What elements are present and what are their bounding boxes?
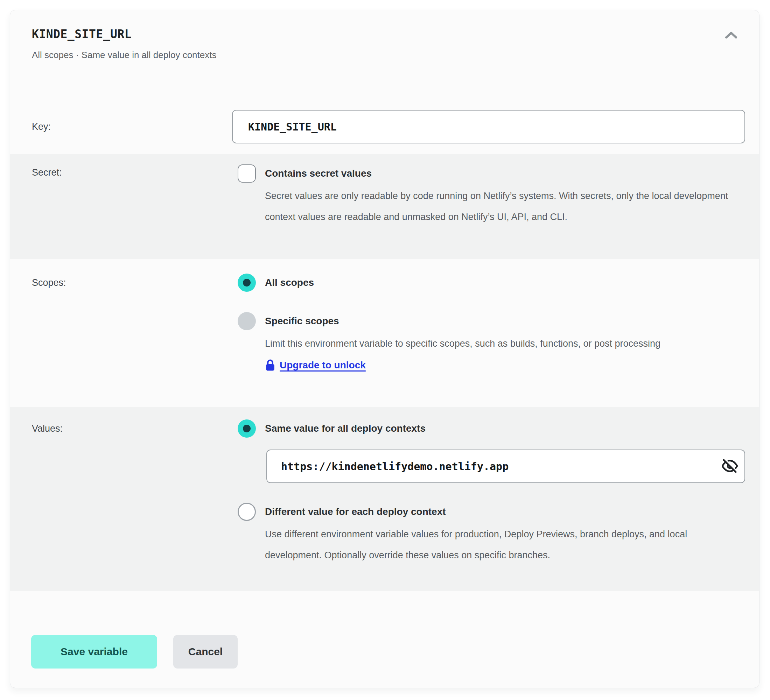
eye-off-icon bbox=[722, 458, 738, 475]
footer-actions: Save variable Cancel bbox=[10, 635, 759, 669]
all-scopes-radio[interactable] bbox=[238, 274, 256, 292]
collapse-button[interactable] bbox=[723, 27, 739, 44]
value-input[interactable] bbox=[266, 450, 745, 483]
env-var-title: KINDE_SITE_URL bbox=[32, 26, 132, 43]
values-label: Values: bbox=[32, 419, 232, 591]
specific-scopes-description: Limit this environment variable to speci… bbox=[265, 333, 660, 354]
contains-secret-checkbox[interactable] bbox=[238, 165, 256, 182]
same-value-radio-label[interactable]: Same value for all deploy contexts bbox=[265, 419, 425, 438]
scopes-row: Scopes: All scopes Specific scopes Limit… bbox=[10, 259, 759, 407]
specific-scopes-radio-label: Specific scopes bbox=[265, 312, 660, 330]
save-variable-button[interactable]: Save variable bbox=[31, 635, 157, 669]
all-scopes-radio-label[interactable]: All scopes bbox=[265, 274, 314, 292]
chevron-up-icon bbox=[724, 31, 738, 40]
key-row: Key: bbox=[10, 110, 759, 144]
secret-label: Secret: bbox=[32, 167, 232, 259]
different-value-description: Use different environment variable value… bbox=[265, 524, 741, 566]
values-row: Values: Same value for all deploy contex… bbox=[10, 407, 759, 591]
secret-row: Secret: Contains secret values Secret va… bbox=[10, 154, 759, 259]
different-value-radio-label[interactable]: Different value for each deploy context bbox=[265, 503, 741, 521]
cancel-button[interactable]: Cancel bbox=[173, 635, 238, 669]
same-value-radio[interactable] bbox=[238, 419, 256, 438]
scopes-label: Scopes: bbox=[32, 274, 232, 407]
contains-secret-checkbox-label[interactable]: Contains secret values bbox=[265, 165, 741, 182]
specific-scopes-radio bbox=[238, 312, 256, 330]
key-input[interactable] bbox=[232, 110, 745, 144]
key-label: Key: bbox=[32, 121, 232, 132]
different-value-radio[interactable] bbox=[238, 503, 256, 521]
env-var-editor-card: KINDE_SITE_URL All scopes · Same value i… bbox=[10, 10, 760, 688]
secret-description: Secret values are only readable by code … bbox=[265, 185, 741, 227]
lock-icon bbox=[265, 359, 275, 371]
card-header: KINDE_SITE_URL All scopes · Same value i… bbox=[10, 10, 759, 61]
toggle-value-visibility-button[interactable] bbox=[721, 458, 738, 475]
env-var-summary: All scopes · Same value in all deploy co… bbox=[32, 49, 739, 61]
upgrade-to-unlock-link[interactable]: Upgrade to unlock bbox=[280, 360, 366, 371]
